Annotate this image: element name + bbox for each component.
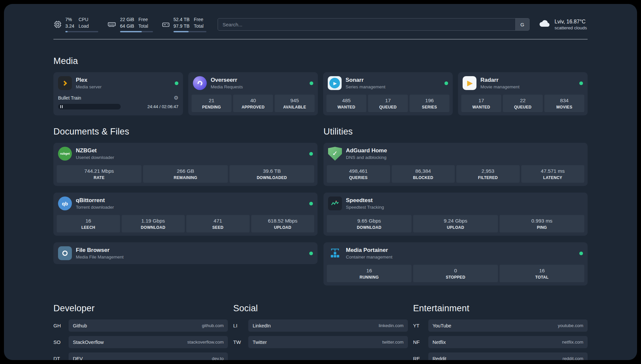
memory-free: 22 GiB — [120, 16, 134, 23]
link-abbr: TW — [233, 339, 245, 345]
link-stackoverflow[interactable]: StackOverflow stackoverflow.com — [69, 336, 228, 348]
app-name: File Browser — [76, 247, 124, 254]
app-name: qBittorrent — [76, 197, 114, 204]
app-subtitle: Media Requests — [211, 84, 243, 89]
media-section-title: Media — [53, 56, 588, 66]
weather-widget: Lviv, 16.87°C scattered clouds — [538, 18, 587, 30]
app-name: AdGuard Home — [346, 147, 387, 154]
weather-location: Lviv, 16.87°C — [555, 18, 587, 25]
plex-icon — [58, 76, 72, 90]
link-twitter[interactable]: Twitter twitter.com — [248, 336, 408, 348]
app-subtitle: Movie management — [480, 84, 520, 89]
disk-metric: 52.4 TB 97.9 TB Free Total — [173, 16, 206, 32]
dashboard-content: 7% 3.24 CPU Load — [53, 4, 588, 360]
status-dot — [579, 81, 583, 85]
app-card-speedtest[interactable]: Speedtest Speedtest Tracking 9.65 Gbps D… — [323, 193, 588, 236]
link-netflix[interactable]: Netflix netflix.com — [428, 336, 588, 348]
playback-seek-bar[interactable] — [58, 104, 121, 109]
gear-icon[interactable] — [174, 95, 178, 101]
search-box: G — [218, 18, 530, 31]
now-playing-title: Bullet Train — [58, 95, 81, 101]
app-subtitle: DNS and adblocking — [346, 155, 387, 160]
memory-total: 64 GiB — [120, 23, 134, 30]
developer-section-title: Developer — [53, 303, 228, 314]
stat-tile: 17 WANTED — [461, 95, 501, 112]
playback-time: 24:44 / 02:06:47 — [147, 104, 178, 109]
portainer-crane-icon — [328, 246, 342, 260]
stat-tile: 47.571 ms LATENCY — [521, 165, 585, 183]
sonarr-icon — [328, 76, 342, 90]
cpu-metric: 7% 3.24 CPU Load — [65, 16, 98, 32]
app-card-portainer[interactable]: Media Portainer Container management 16 … — [323, 242, 588, 286]
status-dot — [444, 81, 448, 85]
memory-metric: 22 GiB 64 GiB Free Total — [120, 16, 153, 32]
documents-section-title: Documents & Files — [53, 127, 318, 137]
stat-tile: 834 MOVIES — [544, 95, 584, 112]
link-dev[interactable]: DEV dev.to — [69, 352, 228, 360]
stat-tile: 16 TOTAL — [500, 265, 584, 282]
link-abbr: YT — [413, 323, 425, 328]
stat-tile: 22 QUEUED — [503, 95, 543, 112]
topbar: 7% 3.24 CPU Load — [53, 16, 588, 32]
app-card-filebrowser[interactable]: File Browser Media File Management — [53, 242, 318, 264]
app-subtitle: Container management — [346, 255, 392, 259]
app-card-radarr[interactable]: Radarr Movie management 17 WANTED 22 QUE… — [458, 72, 588, 115]
app-card-nzbget[interactable]: nzbget NZBGet Usenet downloader 744.21 M… — [53, 143, 318, 186]
search-provider-button[interactable]: G — [515, 18, 529, 30]
qbittorrent-icon: qb — [58, 197, 72, 210]
link-linkedin[interactable]: LinkedIn linkedin.com — [248, 319, 408, 332]
stat-tile: 1.19 Gbps DOWNLOAD — [122, 215, 185, 232]
memory-icon — [107, 20, 117, 29]
memory-progress-bar — [120, 31, 153, 32]
app-card-adguard[interactable]: AdGuard Home DNS and adblocking 498,461 … — [323, 143, 588, 186]
disk-free-label: Free — [194, 16, 204, 23]
nzbget-icon: nzbget — [58, 147, 72, 161]
social-section-title: Social — [233, 303, 408, 314]
app-name: Media Portainer — [346, 247, 392, 254]
adguard-shield-icon — [328, 147, 342, 161]
cpu-label: CPU — [78, 16, 89, 23]
section-social: Social LI LinkedIn linkedin.com TW Twitt… — [233, 303, 408, 360]
utilities-section-title: Utilities — [323, 127, 588, 137]
weather-condition: scattered clouds — [555, 25, 587, 30]
app-card-sonarr[interactable]: Sonarr Series management 485 WANTED 17 Q… — [323, 72, 453, 115]
stat-tile: 485 WANTED — [326, 95, 366, 112]
memory-total-label: Total — [138, 23, 148, 30]
app-name: Sonarr — [346, 77, 385, 83]
link-youtube[interactable]: YouTube youtube.com — [428, 319, 588, 332]
stat-tile: 498,461 QUERIES — [327, 165, 390, 183]
app-subtitle: Series management — [346, 84, 385, 89]
app-card-qbittorrent[interactable]: qb qBittorrent Torrent downloader 16 LEE… — [53, 193, 318, 236]
app-subtitle: Usenet downloader — [76, 155, 114, 160]
stat-tile: 618.52 Mbps UPLOAD — [251, 215, 315, 232]
link-abbr: GH — [53, 323, 65, 328]
link-abbr: RE — [413, 356, 425, 360]
stat-tile: 9.24 Gbps UPLOAD — [413, 215, 498, 232]
section-developer: Developer GH Github github.com SO StackO… — [53, 303, 228, 360]
disk-free: 52.4 TB — [173, 16, 190, 23]
app-card-plex[interactable]: Plex Media server Bullet Train — [53, 72, 183, 115]
memory-free-label: Free — [138, 16, 148, 23]
link-abbr: NF — [413, 339, 425, 345]
search-input[interactable] — [218, 18, 515, 30]
section-media: Media Plex Media server Bullet Train — [53, 56, 588, 115]
app-card-overseerr[interactable]: Overseerr Media Requests 21 PENDING 40 A… — [188, 72, 318, 115]
app-name: Speedtest — [346, 197, 384, 204]
section-documents: Documents & Files nzbget NZBGet Usenet d… — [53, 127, 318, 264]
app-name: NZBGet — [76, 147, 114, 154]
stat-tile: 945 AVAILABLE — [275, 95, 315, 112]
stat-tile: 17 QUEUED — [368, 95, 408, 112]
stat-tile: 196 SERIES — [410, 95, 449, 112]
status-dot — [310, 81, 313, 85]
link-github[interactable]: Github github.com — [69, 319, 228, 332]
app-subtitle: Torrent downloader — [76, 205, 114, 210]
status-dot — [175, 81, 178, 85]
stat-tile: 266 GB REMAINING — [143, 165, 228, 183]
section-utilities: Utilities AdGuard Home DNS and adblockin… — [323, 127, 588, 286]
link-abbr: SO — [53, 339, 65, 345]
pause-icon[interactable] — [60, 105, 63, 108]
link-reddit[interactable]: Reddit reddit.com — [428, 352, 588, 360]
status-dot — [579, 252, 583, 255]
stat-tile: 471 SEED — [186, 215, 250, 232]
status-dot — [309, 252, 313, 255]
